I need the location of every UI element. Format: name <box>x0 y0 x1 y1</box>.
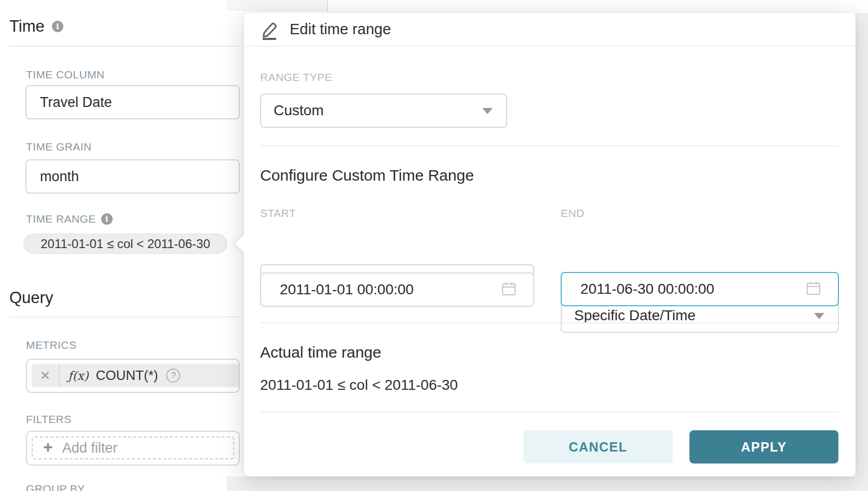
query-section-label: Query <box>9 289 53 307</box>
range-type-label: RANGE TYPE <box>260 71 332 84</box>
time-column-select[interactable]: Travel Date <box>25 85 240 119</box>
actual-time-range-value: 2011-01-01 ≤ col < 2011-06-30 <box>260 377 458 393</box>
metric-chip[interactable]: ✕ ƒ(x) COUNT(*) ? <box>32 364 239 387</box>
range-type-value: Custom <box>274 102 323 119</box>
configure-heading: Configure Custom Time Range <box>260 167 474 184</box>
remove-metric-icon[interactable]: ✕ <box>32 369 59 383</box>
time-section-title: Time i <box>9 17 63 36</box>
chevron-down-icon <box>482 108 493 114</box>
time-range-pill-text: 2011-01-01 ≤ col < 2011-06-30 <box>40 237 210 251</box>
apply-button[interactable]: APPLY <box>689 430 838 463</box>
background-bottom <box>227 476 868 491</box>
add-filter-label: Add filter <box>62 440 118 456</box>
time-column-value: Travel Date <box>40 94 112 111</box>
popover-header: Edit time range <box>244 13 856 47</box>
time-section-label: Time <box>9 17 45 36</box>
info-icon[interactable]: i <box>101 213 113 225</box>
panel-divider-line <box>327 0 328 13</box>
edit-pencil-icon <box>260 19 279 40</box>
end-date-input[interactable] <box>561 272 839 306</box>
end-label: END <box>561 207 585 220</box>
function-icon: ƒ(x) <box>68 369 88 383</box>
start-date-input[interactable] <box>260 272 534 307</box>
time-range-pill[interactable]: 2011-01-01 ≤ col < 2011-06-30 <box>23 234 227 254</box>
range-type-select[interactable]: Custom <box>260 93 507 128</box>
control-panel: Time i TIME COLUMN Travel Date TIME GRAI… <box>0 0 244 491</box>
filters-label: FILTERS <box>26 413 72 426</box>
cancel-button[interactable]: CANCEL <box>523 430 673 463</box>
query-section-title: Query <box>9 289 53 307</box>
time-range-label: TIME RANGE i <box>26 213 113 225</box>
start-label: START <box>260 207 296 220</box>
group-by-label: GROUP BY <box>26 483 85 491</box>
actual-time-range-heading: Actual time range <box>260 344 381 361</box>
time-grain-value: month <box>40 169 79 185</box>
end-type-value: Specific Date/Time <box>574 307 696 324</box>
end-date-field <box>561 272 839 306</box>
info-icon[interactable]: i <box>52 21 63 32</box>
metrics-label: METRICS <box>26 339 76 351</box>
query-section-divider <box>8 317 240 318</box>
chip-separator <box>59 364 60 387</box>
metric-name: COUNT(*) <box>96 367 158 384</box>
calendar-icon[interactable] <box>501 281 517 298</box>
time-section-divider <box>8 46 240 47</box>
metric-help-icon[interactable]: ? <box>166 369 180 383</box>
section-divider <box>260 322 838 323</box>
background-right <box>856 13 868 491</box>
time-grain-label: TIME GRAIN <box>26 141 92 153</box>
plus-icon: + <box>43 438 53 457</box>
popover-title: Edit time range <box>290 21 391 38</box>
chevron-down-icon <box>814 313 824 319</box>
time-range-label-text: TIME RANGE <box>26 213 96 225</box>
edit-time-range-popover: Edit time range RANGE TYPE Custom Config… <box>244 13 856 476</box>
section-divider <box>260 145 838 146</box>
time-grain-select[interactable]: month <box>25 159 240 194</box>
start-date-field <box>260 272 534 307</box>
calendar-icon[interactable] <box>806 280 821 298</box>
time-column-label: TIME COLUMN <box>26 69 104 81</box>
filters-container: + Add filter <box>26 431 240 466</box>
footer-divider <box>260 412 838 413</box>
metrics-container[interactable]: ✕ ƒ(x) COUNT(*) ? <box>26 359 240 393</box>
add-filter-button[interactable]: + Add filter <box>32 437 234 459</box>
